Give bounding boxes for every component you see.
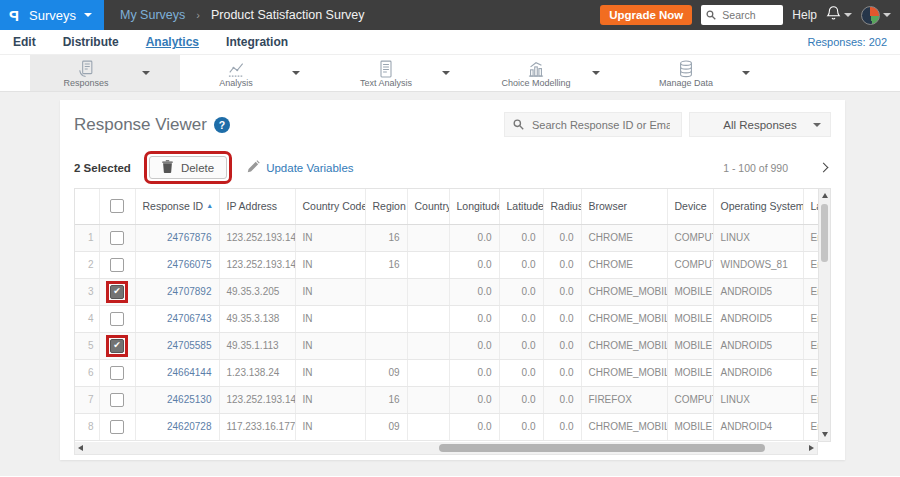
row-checkbox[interactable] <box>110 393 124 407</box>
chevron-down-icon[interactable] <box>292 71 300 75</box>
cell-longitude: 0.0 <box>449 359 499 386</box>
row-select-cell <box>99 359 135 386</box>
notifications-menu[interactable] <box>826 5 852 25</box>
cell-country <box>407 332 449 359</box>
row-select-cell <box>99 386 135 413</box>
response-id-link[interactable]: 24766075 <box>167 259 212 270</box>
vertical-scrollbar[interactable] <box>818 188 831 442</box>
responses-count-link[interactable]: Responses: 202 <box>808 36 888 48</box>
cell-country <box>407 278 449 305</box>
row-checkbox[interactable] <box>110 420 124 434</box>
response-search-input[interactable] <box>530 118 672 132</box>
cell-region: 09 <box>365 359 407 386</box>
sort-asc-icon[interactable]: ▲ <box>206 202 213 209</box>
help-link[interactable]: Help <box>792 8 817 22</box>
cell-response-id: 24767876 <box>135 224 219 251</box>
select-all-checkbox[interactable] <box>110 199 124 213</box>
toolbar-item-manage-data[interactable]: Manage Data <box>630 55 780 91</box>
col-header-label: Region <box>373 200 406 212</box>
horizontal-scroll-thumb[interactable] <box>439 444 765 452</box>
row-checkbox[interactable] <box>110 312 124 326</box>
row-select-cell <box>99 224 135 251</box>
cell-country-code: IN <box>295 359 365 386</box>
next-page-button[interactable] <box>819 163 829 173</box>
cell-radius: 0.0 <box>543 386 581 413</box>
nav-tab-edit[interactable]: Edit <box>13 35 36 49</box>
horizontal-scrollbar[interactable] <box>74 442 818 455</box>
response-id-link[interactable]: 24620728 <box>167 421 212 432</box>
nav-tab-distribute[interactable]: Distribute <box>63 35 119 49</box>
cell-ip-address: 49.35.1.113 <box>219 332 295 359</box>
bulk-actions-row: 2 Selected Delete Update Variables 1 - 1… <box>74 147 831 188</box>
chevron-down-icon[interactable] <box>442 71 450 75</box>
cell-latitude: 0.0 <box>499 359 543 386</box>
response-id-link[interactable]: 24767876 <box>167 232 212 243</box>
upgrade-now-button[interactable]: Upgrade Now <box>600 5 692 25</box>
chevron-down-icon[interactable] <box>592 71 600 75</box>
response-search[interactable] <box>504 112 682 137</box>
scroll-left-icon[interactable] <box>78 445 83 451</box>
account-menu[interactable] <box>861 6 891 25</box>
chevron-down-icon[interactable] <box>742 71 750 75</box>
toolbar-item-label: Choice Modelling <box>501 78 570 88</box>
cell-region <box>365 332 407 359</box>
breadcrumb-my-surveys[interactable]: My Surveys <box>120 8 185 22</box>
responses-filter-dropdown[interactable]: All Responses <box>689 112 831 137</box>
toolbar-item-choice-modelling[interactable]: Choice Modelling <box>480 55 630 91</box>
cell-operating-system: ANDROID6 <box>713 359 803 386</box>
response-id-link[interactable]: 24705585 <box>167 340 212 351</box>
cell-ip-address: 123.252.193.148 <box>219 386 295 413</box>
response-id-link[interactable]: 24706743 <box>167 313 212 324</box>
responses-table: Response ID▲IP AddressCountry CodeRegion… <box>74 188 831 455</box>
col-header-ip-address: IP Address <box>219 189 295 224</box>
row-checkbox[interactable] <box>110 285 124 299</box>
surveys-menu[interactable]: P Surveys <box>0 0 104 30</box>
cell-country-code: IN <box>295 305 365 332</box>
cell-response-id: 24620728 <box>135 413 219 440</box>
vertical-scroll-thumb[interactable] <box>821 204 828 262</box>
response-id-link[interactable]: 24625130 <box>167 394 212 405</box>
toolbar-item-text-analysis[interactable]: Text Analysis <box>330 55 480 91</box>
cell-device: MOBILE <box>667 305 713 332</box>
global-search[interactable] <box>701 5 783 25</box>
global-search-input[interactable] <box>720 8 780 22</box>
scroll-down-icon[interactable] <box>822 432 828 437</box>
table-row: 52470558549.35.1.113IN0.00.00.0CHROME_MO… <box>75 332 818 359</box>
delete-button[interactable]: Delete <box>149 156 227 179</box>
scroll-up-icon[interactable] <box>822 193 828 198</box>
cell-browser: CHROME <box>581 224 667 251</box>
row-number: 5 <box>75 332 99 359</box>
col-header-label: IP Address <box>227 200 278 212</box>
cell-country-code: IN <box>295 251 365 278</box>
scroll-right-icon[interactable] <box>809 445 814 451</box>
delete-button-label: Delete <box>181 162 214 174</box>
nav-tab-integration[interactable]: Integration <box>226 35 288 49</box>
row-checkbox[interactable] <box>110 366 124 380</box>
col-header-label: Country <box>415 200 450 212</box>
toolbar-item-analysis[interactable]: Analysis <box>180 55 330 91</box>
nav-tab-analytics[interactable]: Analytics <box>146 35 199 49</box>
col-header-radius: Radius <box>543 189 581 224</box>
row-checkbox[interactable] <box>110 231 124 245</box>
cell-country <box>407 251 449 278</box>
cell-longitude: 0.0 <box>449 386 499 413</box>
update-variables-label: Update Variables <box>266 162 353 174</box>
cell-country <box>407 224 449 251</box>
cell-country-code: IN <box>295 278 365 305</box>
response-id-link[interactable]: 24664144 <box>167 367 212 378</box>
cell-longitude: 0.0 <box>449 332 499 359</box>
table-row: 824620728117.233.16.177IN090.00.00.0CHRO… <box>75 413 818 440</box>
cell-latitude: 0.0 <box>499 251 543 278</box>
chevron-down-icon[interactable] <box>142 71 150 75</box>
help-badge[interactable]: ? <box>214 117 230 133</box>
cell-operating-system: LINUX <box>713 386 803 413</box>
cell-ip-address: 49.35.3.138 <box>219 305 295 332</box>
row-checkbox[interactable] <box>110 339 124 353</box>
search-icon <box>513 116 524 134</box>
update-variables-button[interactable]: Update Variables <box>247 160 353 175</box>
breadcrumb-separator-icon: › <box>196 9 200 21</box>
responses-icon <box>76 59 96 79</box>
toolbar-item-responses[interactable]: Responses <box>30 55 180 91</box>
response-id-link[interactable]: 24707892 <box>167 286 212 297</box>
row-checkbox[interactable] <box>110 258 124 272</box>
